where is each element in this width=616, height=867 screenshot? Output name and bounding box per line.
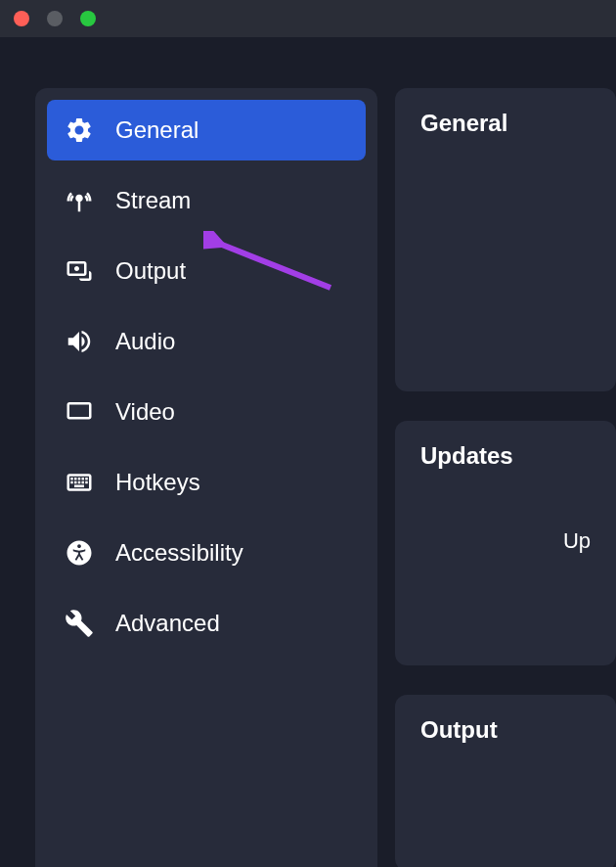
display-icon <box>65 397 94 427</box>
sidebar-item-audio[interactable]: Audio <box>47 311 366 372</box>
sidebar-item-accessibility[interactable]: Accessibility <box>47 523 366 583</box>
panel-updates-body: Up <box>420 528 591 554</box>
settings-panels: General Updates Up Output <box>395 88 616 867</box>
sidebar-label-stream: Stream <box>115 187 191 214</box>
close-window-button[interactable] <box>14 11 29 26</box>
panel-updates: Updates Up <box>395 421 616 665</box>
accessibility-icon <box>65 538 94 568</box>
sidebar-label-accessibility: Accessibility <box>115 539 243 567</box>
sidebar-label-output: Output <box>115 257 186 285</box>
keyboard-icon <box>65 468 94 497</box>
panel-output: Output <box>395 695 616 867</box>
maximize-window-button[interactable] <box>80 11 96 26</box>
sidebar-label-video: Video <box>115 398 175 426</box>
sidebar-label-general: General <box>115 116 198 144</box>
sidebar-item-general[interactable]: General <box>47 100 366 160</box>
titlebar <box>0 0 616 37</box>
tools-icon <box>65 609 94 638</box>
sidebar-label-audio: Audio <box>115 328 175 355</box>
antenna-icon <box>65 186 94 215</box>
speaker-icon <box>65 327 94 356</box>
minimize-window-button[interactable] <box>47 11 63 26</box>
sidebar-item-stream[interactable]: Stream <box>47 170 366 231</box>
panel-general: General <box>395 88 616 391</box>
sidebar-label-hotkeys: Hotkeys <box>115 469 200 496</box>
settings-sidebar: General Stream Output Audio Video <box>35 88 377 867</box>
content-area: General Stream Output Audio Video <box>0 37 616 867</box>
sidebar-item-output[interactable]: Output <box>47 241 366 301</box>
gear-icon <box>65 115 94 145</box>
panel-updates-title: Updates <box>420 442 591 470</box>
sidebar-item-advanced[interactable]: Advanced <box>47 593 366 654</box>
sidebar-label-advanced: Advanced <box>115 610 220 637</box>
sidebar-item-hotkeys[interactable]: Hotkeys <box>47 452 366 513</box>
panel-output-title: Output <box>420 716 591 744</box>
panel-general-title: General <box>420 110 591 137</box>
sidebar-item-video[interactable]: Video <box>47 382 366 442</box>
output-icon <box>65 256 94 286</box>
